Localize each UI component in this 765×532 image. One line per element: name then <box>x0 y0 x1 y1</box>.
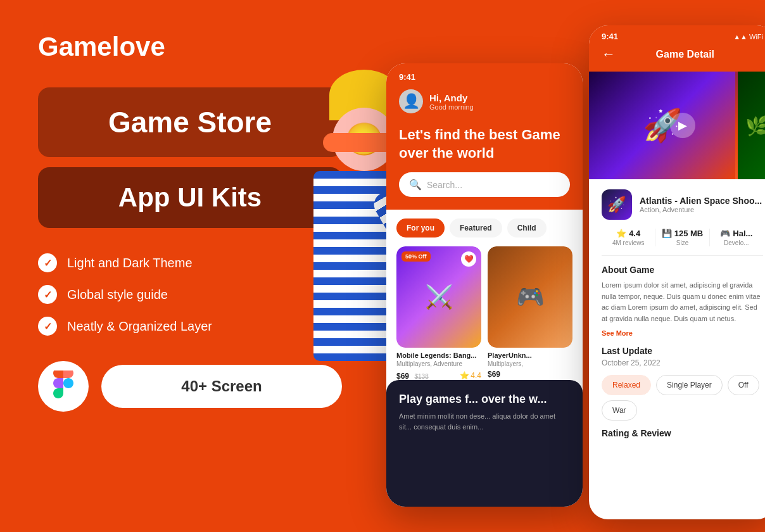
p1-price-2: $69 <box>488 370 500 379</box>
p2-game-icon: 🚀 <box>602 189 632 220</box>
p2-tag-single-player[interactable]: Single Player <box>656 375 723 395</box>
feature-label-1: Light and Dark Theme <box>67 256 193 270</box>
p2-body: 🚀 Atlantis - Alien Space Shoo... Action,… <box>589 179 765 448</box>
phone-screen-1: 9:41 👤 Hi, Andy Good morning Let's find … <box>386 63 583 507</box>
p2-about-text: Lorem ipsum dolor sit amet, adipiscing e… <box>602 280 763 324</box>
p2-see-more[interactable]: See More <box>602 329 633 337</box>
check-icon-3 <box>38 317 57 336</box>
p2-game-title: Atlantis - Alien Space Shoo... <box>640 196 762 206</box>
brand-title: Gamelove <box>38 32 342 62</box>
p2-signal-icon: ▲▲ WiFi <box>733 33 763 41</box>
p1-greeting-sub: Good morning <box>429 103 474 111</box>
p1-time: 9:41 <box>399 72 570 82</box>
game-card-badge-1: 50% Off <box>401 251 431 262</box>
game-store-label: Game Store <box>108 105 272 139</box>
p2-stat-size: 💾 125 MB Size <box>655 229 709 246</box>
p2-tag-off[interactable]: Off <box>728 375 759 395</box>
p2-time: 9:41 <box>602 32 618 41</box>
p1-games-row: ⚔️ 50% Off ❤️ Mobile Legends: Bang... Mu… <box>396 246 572 381</box>
p2-play-button[interactable]: ▶ <box>670 113 695 138</box>
p1-greeting: Hi, Andy Good morning <box>429 92 474 111</box>
p2-size-val: 💾 125 MB <box>661 229 704 238</box>
p1-tab-child[interactable]: Child <box>507 218 547 238</box>
p2-status-bar: 9:41 ▲▲ WiFi ← Game Detail ... <box>589 25 765 72</box>
p2-spacer: ... <box>755 49 763 60</box>
feature-label-2: Global style guide <box>67 288 168 302</box>
phone-screen-2: 9:41 ▲▲ WiFi ← Game Detail ... 🚀 🌿 ▶ 🚀 A… <box>589 25 765 519</box>
game-card-image-1: ⚔️ 50% Off ❤️ <box>396 246 481 348</box>
p1-game-genre-1: Multiplayers, Adventure <box>396 360 481 367</box>
p2-dev-val: 🎮 Hal... <box>715 229 758 238</box>
app-ui-label: App UI Kits <box>118 182 262 213</box>
p2-stats-row: ⭐ 4.4 4M reviews 💾 125 MB Size 🎮 Hal... … <box>602 229 763 256</box>
p1-game-card-2[interactable]: 🎮 PlayerUnkn... Multiplayers, $69 <box>488 246 572 381</box>
check-icon-1 <box>38 253 57 272</box>
p1-header: 9:41 👤 Hi, Andy Good morning Let's find … <box>386 63 583 210</box>
p2-page-title: Game Detail <box>656 49 714 60</box>
p2-update-date: October 25, 2022 <box>602 358 763 367</box>
figma-icon <box>53 370 73 403</box>
p1-game-info-2: PlayerUnkn... Multiplayers, $69 <box>488 348 572 379</box>
p2-stat-dev: 🎮 Hal... Develo... <box>710 229 763 246</box>
screens-count-label: 40+ Screen <box>181 377 262 395</box>
p2-back-button[interactable]: ← <box>602 46 616 63</box>
star-icon: ⭐ <box>616 229 626 238</box>
p1-game-card-1[interactable]: ⚔️ 50% Off ❤️ Mobile Legends: Bang... Mu… <box>396 246 481 381</box>
p2-tag-war[interactable]: War <box>602 400 637 421</box>
p1-tab-featured[interactable]: Featured <box>450 218 502 238</box>
p2-tag-relaxed[interactable]: Relaxed <box>602 375 651 395</box>
disk-icon: 💾 <box>662 229 672 238</box>
p2-about-title: About Game <box>602 265 763 275</box>
p1-greeting-hi: Hi, Andy <box>429 92 474 103</box>
tab-featured-label: Featured <box>460 224 492 232</box>
p1-game-title-1: Mobile Legends: Bang... <box>396 352 481 359</box>
p1-headline: Let's find the best Game over the world <box>399 126 570 162</box>
p1-search-bar[interactable]: 🔍 Search... <box>399 172 570 197</box>
game-card-image-2: 🎮 <box>488 246 572 348</box>
p1-rating-1: 4.4 <box>471 371 481 380</box>
p2-update-title: Last Update <box>602 346 763 356</box>
p1-stars-1: ⭐ 4.4 <box>460 371 481 380</box>
p1-dark-card: Play games f... over the w... Amet minim… <box>386 380 583 507</box>
p1-price-old-1: $138 <box>414 373 428 380</box>
tab-child-label: Child <box>517 224 536 232</box>
p2-stat-rating: ⭐ 4.4 4M reviews <box>602 229 655 246</box>
dev-icon: 🎮 <box>720 229 730 238</box>
search-icon: 🔍 <box>409 179 422 191</box>
p2-game-banner: 🚀 🌿 ▶ <box>589 72 765 179</box>
star-icon-1: ⭐ <box>460 371 469 380</box>
check-icon-2 <box>38 285 57 304</box>
game-card-bg-2: 🎮 <box>488 246 572 348</box>
p2-tags: Relaxed Single Player Off War <box>602 375 763 421</box>
p1-game-price-row-2: $69 <box>488 370 572 379</box>
figma-badge <box>38 361 89 412</box>
p1-avatar: 👤 <box>399 89 423 113</box>
feature-label-3: Neatly & Organized Layer <box>67 319 212 334</box>
p2-size-label: Size <box>661 239 704 246</box>
p2-game-genre: Action, Adventure <box>640 206 762 213</box>
p1-tab-for-you[interactable]: For you <box>396 218 445 238</box>
p1-tabs: For you Featured Child <box>396 218 572 238</box>
tab-for-you-label: For you <box>407 224 434 232</box>
p2-game-row: 🚀 Atlantis - Alien Space Shoo... Action,… <box>602 189 763 220</box>
p1-game-info-1: Mobile Legends: Bang... Multiplayers, Ad… <box>396 348 481 381</box>
p1-dark-subtitle: Amet minim mollit non dese... aliqua dol… <box>399 411 570 432</box>
p2-game-details: Atlantis - Alien Space Shoo... Action, A… <box>640 196 762 213</box>
game-card-heart-1[interactable]: ❤️ <box>461 251 476 267</box>
p2-last-update: Last Update October 25, 2022 <box>602 346 763 367</box>
p2-rating-title: Rating & Review <box>602 428 763 438</box>
p1-user-row: 👤 Hi, Andy Good morning <box>399 89 570 113</box>
p2-rating-label: 4M reviews <box>607 239 650 246</box>
p1-game-genre-2: Multiplayers, <box>488 360 572 367</box>
p1-game-title-2: PlayerUnkn... <box>488 352 572 359</box>
p2-rating-val: ⭐ 4.4 <box>607 229 650 238</box>
p2-dev-label: Develo... <box>715 239 758 246</box>
p1-dark-title: Play games f... over the w... <box>399 393 570 406</box>
p1-search-placeholder: Search... <box>427 180 462 190</box>
